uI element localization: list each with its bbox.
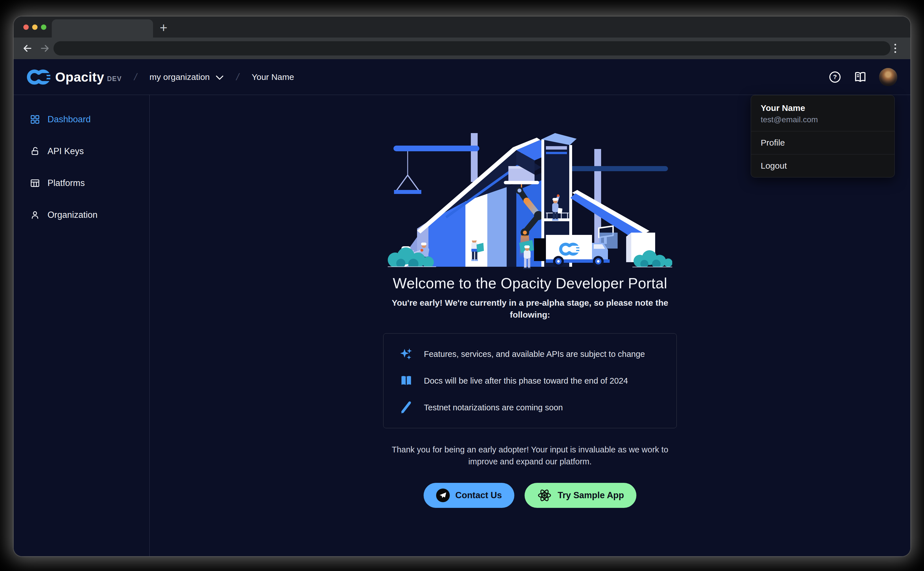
browser-tab-bar: + [14, 17, 910, 37]
react-icon [537, 488, 552, 503]
new-tab-button[interactable]: + [156, 20, 171, 35]
sidebar-item-api-keys[interactable]: API Keys [14, 141, 149, 161]
note-item: Features, services, and available APIs a… [399, 347, 661, 361]
note-item: Testnet notarizations are coming soon [399, 401, 661, 414]
brand-name: Opacity [55, 69, 104, 85]
page-title: Welcome to the Opacity Developer Portal [393, 275, 668, 292]
sidebar-item-label: Platforms [48, 178, 85, 188]
person-icon [30, 210, 40, 220]
try-sample-app-button[interactable]: Try Sample App [525, 483, 637, 508]
note-item: Docs will be live after this phase towar… [399, 374, 661, 387]
sidebar-item-organization[interactable]: Organization [14, 205, 149, 225]
sparkles-icon [399, 347, 413, 361]
opacity-logo[interactable]: Opacity DEV [27, 69, 122, 85]
help-icon[interactable]: ? [828, 71, 842, 83]
construction-illustration [388, 133, 672, 269]
browser-tab[interactable] [52, 19, 153, 37]
env-badge: DEV [107, 75, 122, 83]
note-text: Docs will be live after this phase towar… [424, 376, 628, 386]
browser-window: + Opacity [14, 17, 910, 556]
contact-us-button[interactable]: Contact Us [423, 483, 515, 508]
zoom-window-button[interactable] [41, 25, 46, 30]
user-menu-email: test@email.com [761, 115, 885, 124]
cta-buttons: Contact Us Try Sample App [423, 483, 637, 508]
forward-icon[interactable] [40, 43, 50, 54]
opacity-logo-icon [27, 69, 51, 85]
breadcrumb-separator: / [235, 71, 240, 82]
docs-book-icon[interactable] [853, 70, 867, 84]
app-header: Opacity DEV / my organization / Your Nam… [14, 59, 910, 95]
telegram-icon [436, 489, 450, 502]
svg-text:?: ? [833, 73, 837, 80]
sidebar-item-platforms[interactable]: Platforms [14, 173, 149, 193]
sidebar: Dashboard API Keys [14, 95, 150, 556]
lock-icon [30, 146, 40, 156]
page-subtitle: You're early! We're currently in a pre-a… [385, 297, 675, 321]
user-menu-header: Your Name test@email.com [751, 95, 895, 131]
back-icon[interactable] [22, 43, 32, 54]
breadcrumb-organization[interactable]: my organization [149, 72, 224, 82]
window-controls [23, 25, 46, 30]
sidebar-item-label: Dashboard [48, 114, 91, 125]
book-icon [399, 374, 413, 387]
breadcrumb-separator: / [133, 71, 138, 82]
thanks-text: Thank you for being an early adopter! Yo… [376, 444, 684, 468]
note-text: Features, services, and available APIs a… [424, 349, 645, 359]
browser-menu-icon[interactable] [890, 43, 900, 53]
menu-item-profile[interactable]: Profile [751, 131, 895, 154]
chevron-down-icon [215, 75, 224, 80]
user-avatar[interactable] [879, 68, 897, 86]
browser-toolbar [14, 37, 910, 59]
notes-box: Features, services, and available APIs a… [383, 333, 677, 428]
menu-item-logout[interactable]: Logout [751, 154, 895, 177]
pen-icon [399, 401, 413, 414]
user-menu: Your Name test@email.com Profile Logout [751, 95, 895, 177]
sidebar-item-dashboard[interactable]: Dashboard [14, 110, 149, 130]
note-text: Testnet notarizations are coming soon [424, 403, 563, 412]
grid-icon [30, 114, 40, 125]
sidebar-item-label: API Keys [48, 146, 84, 156]
url-input[interactable] [54, 41, 890, 56]
minimize-window-button[interactable] [32, 25, 37, 30]
table-icon [30, 178, 40, 188]
breadcrumb-user[interactable]: Your Name [252, 72, 294, 82]
user-menu-name: Your Name [761, 103, 885, 113]
sidebar-item-label: Organization [48, 210, 97, 220]
header-actions: ? [828, 68, 897, 86]
close-window-button[interactable] [23, 25, 29, 30]
